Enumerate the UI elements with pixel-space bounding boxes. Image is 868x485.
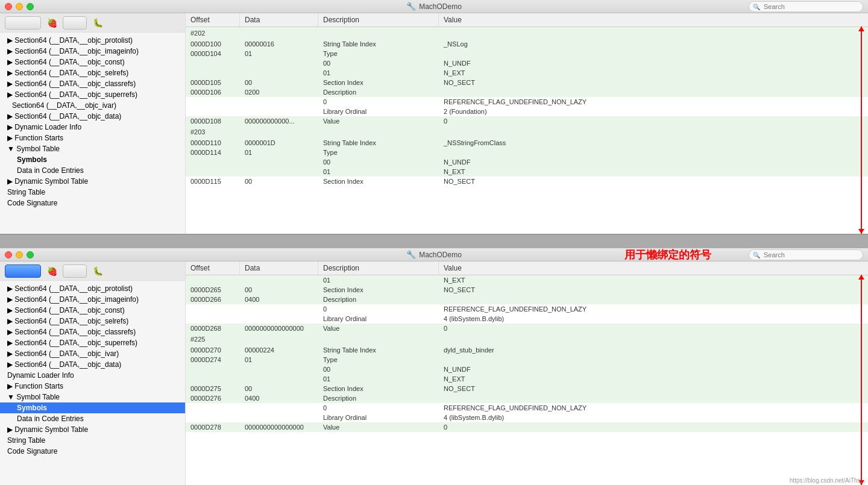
row-d114: 0000D114 01 Type: [186, 148, 868, 157]
window-top: 🔧 MachODemo 🔍 🍓 🐛 ▶: [0, 0, 868, 235]
toolbar-btn2-top[interactable]: [63, 16, 87, 30]
sidebar-item-strtable-bottom[interactable]: String Table: [0, 435, 185, 446]
max-btn-bottom[interactable]: [27, 251, 34, 258]
row-d104-01: 01 N_EXT: [186, 68, 868, 78]
sidebar-item-protolist-top[interactable]: ▶ Section64 (__DATA,__objc_protolist): [0, 35, 185, 46]
sidebar-item-const-top[interactable]: ▶ Section64 (__DATA,__objc_const): [0, 57, 185, 67]
td-value: _NSLog: [439, 39, 868, 49]
toolbar-btn-active-bottom[interactable]: [5, 264, 41, 278]
td-data: 00000016: [240, 39, 318, 49]
sidebar-item-ivar-bottom[interactable]: ▶ Section64 (__DATA,__objc_ivar): [0, 348, 185, 359]
sidebar-item-dynloader-top[interactable]: ▶ Dynamic Loader Info: [0, 122, 185, 133]
search-input-bottom[interactable]: [749, 249, 863, 260]
close-btn-bottom[interactable]: [5, 251, 12, 258]
row-d115: 0000D115 00 Section Index NO_SECT: [186, 177, 868, 186]
row2-d268: 0000D268 0000000000000000 Value 0: [186, 324, 868, 333]
row2-ext: 01 N_EXT: [186, 275, 868, 285]
sidebar-item-const-bottom[interactable]: ▶ Section64 (__DATA,__objc_const): [0, 305, 185, 316]
row-d114-01: 01 N_EXT: [186, 167, 868, 177]
window-title-top: 🔧 MachODemo: [406, 2, 462, 11]
toolbar-icon1-bottom[interactable]: 🍓: [45, 264, 59, 278]
section-225-bottom: #225: [186, 333, 868, 345]
macho-icon-bottom: 🔧: [406, 250, 416, 259]
close-btn-top[interactable]: [5, 3, 12, 10]
sidebar-item-data-top[interactable]: ▶ Section64 (__DATA,__objc_data): [0, 111, 185, 122]
th-data-bottom: Data: [240, 261, 318, 275]
sidebar-toolbar-bottom: 🍓 🐛: [0, 261, 185, 281]
sidebar-item-superrefs-bottom[interactable]: ▶ Section64 (__DATA,__objc_superrefs): [0, 337, 185, 348]
sidebar-item-codesig-bottom[interactable]: Code Signature: [0, 446, 185, 457]
row-d106: 0000D106 0200 Description: [186, 87, 868, 97]
table-header-top: Offset Data Description Value: [186, 13, 868, 27]
title-label-bottom: MachODemo: [419, 251, 462, 259]
toolbar-icon1-top[interactable]: 🍓: [45, 16, 59, 30]
sidebar-item-symbols-bottom[interactable]: Symbols: [0, 402, 185, 413]
section-203-top: #203: [186, 126, 868, 138]
sidebar-item-symbols-top[interactable]: Symbols: [0, 154, 185, 165]
window-title-bottom: 🔧 MachODemo: [406, 250, 462, 259]
th-offset-bottom: Offset: [186, 261, 240, 275]
td-desc: Type: [318, 49, 439, 58]
window-controls-top: [5, 3, 34, 10]
toolbar-btn2-bottom[interactable]: [63, 264, 87, 278]
window-bottom: 🔧 MachODemo 用于懒绑定的符号 🔍 🍓 🐛: [0, 248, 868, 485]
sidebar-item-imageinfo-top[interactable]: ▶ Section64 (__DATA,__objc_imageinfo): [0, 46, 185, 57]
sidebar-item-codesig-top[interactable]: Code Signature: [0, 198, 185, 208]
th-data-top: Data: [240, 13, 318, 27]
sidebar-item-dynsym-top[interactable]: ▶ Dynamic Symbol Table: [0, 176, 185, 187]
sidebar-item-data-bottom[interactable]: ▶ Section64 (__DATA,__objc_data): [0, 359, 185, 370]
sidebar-item-funcstarts-top[interactable]: ▶ Function Starts: [0, 133, 185, 143]
toolbar-icon2-top[interactable]: 🐛: [90, 16, 105, 30]
row-d100: 0000D100 00000016 String Table Index _NS…: [186, 39, 868, 49]
th-offset-top: Offset: [186, 13, 240, 27]
sidebar-item-classrefs-bottom[interactable]: ▶ Section64 (__DATA,__objc_classrefs): [0, 327, 185, 337]
sidebar-item-dynsym-bottom[interactable]: ▶ Dynamic Symbol Table: [0, 424, 185, 435]
sidebar-item-imageinfo-bottom[interactable]: ▶ Section64 (__DATA,__objc_imageinfo): [0, 294, 185, 305]
row2-d276-0: 0 REFERENCE_FLAG_UNDEFINED_NON_LAZY: [186, 403, 868, 413]
row-d104: 0000D104 01 Type: [186, 49, 868, 58]
td-value: [439, 49, 868, 58]
sidebar-item-symtable-bottom[interactable]: ▼ Symbol Table: [0, 392, 185, 402]
toolbar-btn1-top[interactable]: [5, 16, 41, 30]
row-d104-00: 00 N_UNDF: [186, 58, 868, 68]
sidebar-toolbar-top: 🍓 🐛: [0, 13, 185, 33]
th-desc-top: Description: [318, 13, 439, 27]
row-d108: 0000D108 000000000000... Value 0: [186, 116, 868, 126]
window-divider: [0, 235, 868, 248]
main-table-top: Offset Data Description Value #202 0000D…: [186, 13, 868, 234]
sidebar-item-classrefs-top[interactable]: ▶ Section64 (__DATA,__objc_classrefs): [0, 78, 185, 89]
sidebar-item-datacode-top[interactable]: Data in Code Entries: [0, 165, 185, 176]
sidebar-item-symtable-top[interactable]: ▼ Symbol Table: [0, 143, 185, 154]
td-desc: String Table Index: [318, 39, 439, 49]
titlebar-bottom: 🔧 MachODemo 用于懒绑定的符号 🔍: [0, 248, 868, 261]
td-offset: 0000D100: [186, 39, 240, 49]
toolbar-icon2-bottom[interactable]: 🐛: [90, 264, 105, 278]
main-table-bottom: Offset Data Description Value 01 N_EXT 0…: [186, 261, 868, 485]
sidebar-item-protolist-bottom[interactable]: ▶ Section64 (__DATA,__objc_protolist): [0, 283, 185, 294]
sidebar-item-funcstarts-bottom[interactable]: ▶ Function Starts: [0, 381, 185, 392]
sidebar-items-top: ▶ Section64 (__DATA,__objc_protolist) ▶ …: [0, 33, 185, 211]
titlebar-top: 🔧 MachODemo 🔍: [0, 0, 868, 13]
row2-d276-lib: Library Ordinal 4 (libSystem.B.dylib): [186, 413, 868, 422]
sidebar-item-dynloader-bottom[interactable]: Dynamic Loader Info: [0, 370, 185, 381]
sidebar-item-superrefs-top[interactable]: ▶ Section64 (__DATA,__objc_superrefs): [0, 89, 185, 100]
row-d105: 0000D105 00 Section Index NO_SECT: [186, 78, 868, 87]
search-input-top[interactable]: [749, 1, 863, 12]
td-data: 01: [240, 49, 318, 58]
row2-d274-01: 01 N_EXT: [186, 374, 868, 384]
sidebar-item-ivar-top[interactable]: Section64 (__DATA,__objc_ivar): [0, 100, 185, 111]
row2-d275: 0000D275 00 Section Index NO_SECT: [186, 384, 868, 393]
sidebar-item-selrefs-bottom[interactable]: ▶ Section64 (__DATA,__objc_selrefs): [0, 316, 185, 327]
sidebar-bottom: 🍓 🐛 ▶ Section64 (__DATA,__objc_protolist…: [0, 261, 186, 485]
title-label-top: MachODemo: [419, 2, 462, 11]
window-controls-bottom: [5, 251, 34, 258]
max-btn-top[interactable]: [27, 3, 34, 10]
th-desc-bottom: Description: [318, 261, 439, 275]
min-btn-top[interactable]: [16, 3, 23, 10]
min-btn-bottom[interactable]: [16, 251, 23, 258]
sidebar-item-strtable-top[interactable]: String Table: [0, 187, 185, 198]
row2-d266-lib: Library Ordinal 4 (libSystem.B.dylib): [186, 314, 868, 324]
sidebar-item-datacode-bottom[interactable]: Data in Code Entries: [0, 413, 185, 424]
row-d114-00: 00 N_UNDF: [186, 157, 868, 167]
sidebar-item-selrefs-top[interactable]: ▶ Section64 (__DATA,__objc_selrefs): [0, 67, 185, 78]
